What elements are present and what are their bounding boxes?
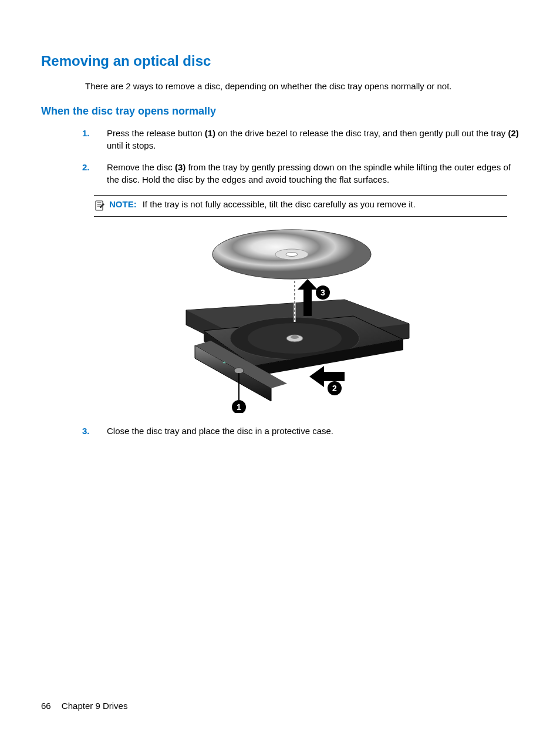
page-footer: 66 Chapter 9 Drives bbox=[41, 701, 127, 711]
subheading: When the disc tray opens normally bbox=[41, 105, 519, 117]
note-text: NOTE:If the tray is not fully accessible… bbox=[109, 199, 416, 209]
page-heading: Removing an optical disc bbox=[41, 53, 519, 69]
step-body: Press the release button (1) on the driv… bbox=[107, 127, 519, 152]
note-icon bbox=[94, 200, 106, 211]
step-number: 1. bbox=[82, 127, 107, 152]
svg-point-13 bbox=[286, 253, 298, 257]
note-block: NOTE:If the tray is not fully accessible… bbox=[94, 195, 507, 217]
step-2: 2. Remove the disc (3) from the tray by … bbox=[82, 161, 519, 186]
chapter-title: Chapter 9 Drives bbox=[62, 701, 128, 711]
step-number: 3. bbox=[82, 425, 107, 437]
callout-3: 3 bbox=[316, 285, 330, 300]
page-number: 66 bbox=[41, 701, 51, 711]
svg-text:3: 3 bbox=[321, 288, 325, 297]
svg-text:2: 2 bbox=[332, 384, 337, 393]
step-number: 2. bbox=[82, 161, 107, 186]
svg-point-8 bbox=[234, 368, 244, 374]
optical-drive-illustration: 1 2 3 bbox=[133, 225, 427, 413]
intro-text: There are 2 ways to remove a disc, depen… bbox=[85, 80, 519, 92]
svg-point-7 bbox=[291, 335, 299, 339]
step-body: Close the disc tray and place the disc i… bbox=[107, 425, 519, 437]
callout-2: 2 bbox=[328, 381, 342, 395]
illustration: 1 2 3 bbox=[41, 225, 519, 413]
step-1: 1. Press the release button (1) on the d… bbox=[82, 127, 519, 152]
step-3: 3. Close the disc tray and place the dis… bbox=[82, 425, 519, 437]
step-body: Remove the disc (3) from the tray by gen… bbox=[107, 161, 519, 186]
svg-point-9 bbox=[223, 362, 226, 364]
svg-text:1: 1 bbox=[237, 402, 241, 412]
